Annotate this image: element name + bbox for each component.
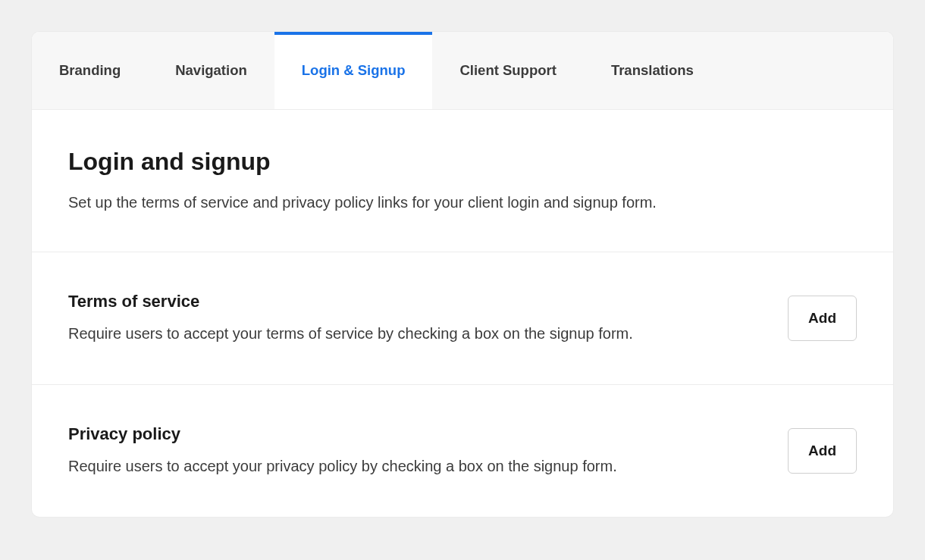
row-description: Require users to accept your privacy pol… xyxy=(68,455,770,477)
tab-login-signup[interactable]: Login & Signup xyxy=(274,32,433,109)
section-header: Login and signup Set up the terms of ser… xyxy=(32,110,893,252)
settings-card: Branding Navigation Login & Signup Clien… xyxy=(32,32,893,517)
add-privacy-button[interactable]: Add xyxy=(788,428,857,474)
tab-translations[interactable]: Translations xyxy=(584,32,721,109)
page-description: Set up the terms of service and privacy … xyxy=(68,191,857,214)
tab-branding[interactable]: Branding xyxy=(32,32,148,109)
tabs-bar: Branding Navigation Login & Signup Clien… xyxy=(32,32,893,110)
row-text: Terms of service Require users to accept… xyxy=(68,292,788,345)
row-terms-of-service: Terms of service Require users to accept… xyxy=(32,252,893,385)
row-description: Require users to accept your terms of se… xyxy=(68,322,770,345)
row-title: Privacy policy xyxy=(68,424,770,444)
page-title: Login and signup xyxy=(68,148,857,176)
add-terms-button[interactable]: Add xyxy=(788,296,857,341)
row-text: Privacy policy Require users to accept y… xyxy=(68,424,788,477)
row-privacy-policy: Privacy policy Require users to accept y… xyxy=(32,385,893,517)
tab-client-support[interactable]: Client Support xyxy=(432,32,583,109)
tab-navigation[interactable]: Navigation xyxy=(148,32,274,109)
row-title: Terms of service xyxy=(68,292,770,311)
